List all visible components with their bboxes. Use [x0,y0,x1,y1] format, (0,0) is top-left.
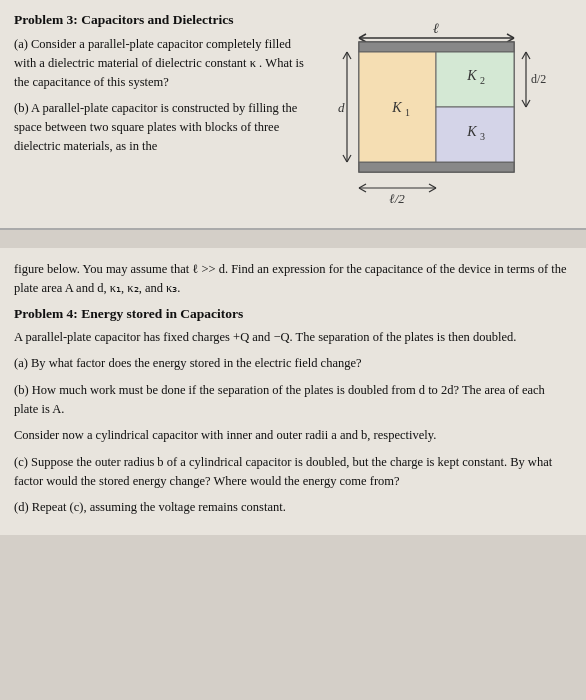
svg-text:ℓ/2: ℓ/2 [389,191,405,206]
spacer [0,230,586,248]
svg-line-21 [343,155,347,162]
bottom-panel: figure below. You may assume that ℓ >> d… [0,248,586,535]
continuation-text: figure below. You may assume that ℓ >> d… [14,260,572,299]
svg-text:K: K [466,68,477,83]
problem4-part-a: (a) By what factor does the energy store… [14,354,572,373]
problem4-part-d: (d) Repeat (c), assuming the voltage rem… [14,498,572,517]
svg-text:1: 1 [405,107,410,118]
svg-text:d/2: d/2 [531,72,546,86]
diagram-area: ℓ K 1 K 2 K 3 d [324,12,554,218]
svg-text:3: 3 [480,131,485,142]
capacitor-diagram: ℓ K 1 K 2 K 3 d [329,20,549,210]
problem3-title: Problem 3: Capacitors and Dielectrics [14,12,314,28]
svg-rect-8 [359,162,514,172]
svg-text:ℓ: ℓ [433,21,439,36]
svg-text:d: d [338,100,345,115]
svg-line-32 [359,188,366,192]
problem4-part-b: (b) How much work must be done if the se… [14,381,572,420]
svg-text:2: 2 [480,75,485,86]
problem4-intro: A parallel-plate capacitor has fixed cha… [14,328,572,347]
problem3-text: Problem 3: Capacitors and Dielectrics (a… [14,12,314,218]
problem3-part-b: (b) A parallel-plate capacitor is constr… [14,99,314,155]
svg-line-34 [429,188,436,192]
problem4-part-c: (c) Suppose the outer radius b of a cyli… [14,453,572,492]
svg-text:K: K [391,100,402,115]
svg-rect-7 [359,42,514,52]
problem4-title: Problem 4: Energy stored in Capacitors [14,306,572,322]
problem3-part-a: (a) Consider a parallel-plate capacitor … [14,35,314,91]
svg-text:K: K [466,124,477,139]
cylindrical-intro: Consider now a cylindrical capacitor wit… [14,426,572,445]
svg-line-20 [347,52,351,59]
svg-line-19 [343,52,347,59]
top-panel: Problem 3: Capacitors and Dielectrics (a… [0,0,586,230]
svg-line-22 [347,155,351,162]
